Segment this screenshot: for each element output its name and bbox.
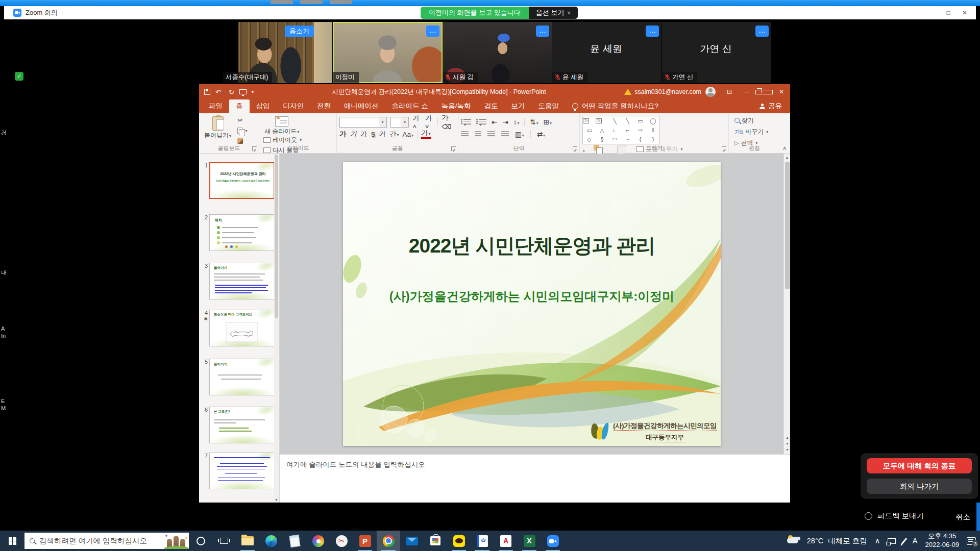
shape-brace-left-icon[interactable]: { — [634, 137, 647, 142]
columns-button[interactable]: ▥ — [515, 130, 524, 138]
end-meeting-for-all-button[interactable]: 모두에 대해 회의 종료 — [867, 458, 972, 473]
shape-down-arrow-icon[interactable]: ⇩ — [647, 128, 659, 133]
taskbar-clock[interactable]: 오후 4:35 2022-06-09 — [925, 532, 960, 549]
cancel-button[interactable]: 취소 — [955, 512, 970, 522]
shape-line-icon[interactable]: ╲ — [608, 118, 621, 124]
font-name-select[interactable]: ▾ — [339, 117, 387, 128]
justify-button[interactable] — [501, 131, 509, 137]
strikethrough-button[interactable]: 가 — [379, 130, 386, 139]
cortana-button[interactable] — [189, 531, 212, 551]
slide-thumbnail[interactable]: 7 — [199, 453, 275, 489]
paragraph-dialog-launcher[interactable] — [573, 146, 577, 151]
clear-formatting-button[interactable]: 가⌫ — [442, 113, 455, 131]
taskbar-zoom[interactable] — [541, 531, 565, 551]
save-icon[interactable] — [204, 89, 210, 95]
ime-indicator[interactable]: A — [913, 537, 918, 545]
shape-diamond-icon[interactable]: ◇ — [583, 137, 596, 142]
view-options-button[interactable]: 옵션 보기 — [529, 7, 578, 19]
tab-transitions[interactable]: 전환 — [310, 99, 337, 113]
slide-canvas[interactable]: 2022년 시민단체운영과 관리 (사)가정을건강하게하는 시민의모임대구지부:… — [343, 162, 721, 446]
more-options-button[interactable]: … — [316, 26, 330, 37]
text-box-icon[interactable]: 가 — [583, 118, 589, 123]
shape-brace-right-icon[interactable]: } — [647, 137, 659, 142]
weather-temp[interactable]: 28°C — [807, 537, 823, 545]
slide-thumbnail[interactable]: 1 2022년 시민단체운영과 관리 (사)가정을건강하게하는 시민의모임대구지… — [199, 162, 275, 199]
taskbar-hwp[interactable]: ᄒ — [471, 531, 494, 551]
taskbar-mail[interactable] — [400, 531, 424, 551]
italic-button[interactable]: 가 — [350, 130, 357, 139]
more-options-button[interactable]: … — [755, 26, 769, 37]
feedback-checkbox[interactable] — [865, 512, 872, 520]
tab-record[interactable]: 녹음/녹화 — [435, 99, 478, 113]
character-spacing-button[interactable]: 간 — [389, 130, 399, 139]
slide-thumbnail[interactable]: 5 들어가기 — [199, 359, 275, 395]
text-direction-button[interactable]: ⇅ — [530, 118, 538, 126]
start-slideshow-icon[interactable] — [239, 89, 247, 94]
ppt-minimize-button[interactable]: ─ — [738, 84, 755, 99]
convert-smartart-button[interactable]: ⇄ — [537, 130, 545, 138]
taskbar-kakaotalk[interactable] — [447, 531, 471, 551]
ppt-restore-button[interactable] — [755, 84, 773, 99]
tab-home[interactable]: 홈 — [229, 99, 250, 113]
notes-pane[interactable]: 여기에 슬라이드 노트의 내용을 입력하십시오 — [280, 454, 790, 503]
align-center-button[interactable] — [475, 131, 481, 137]
participant-tile[interactable]: … 시원 김 — [443, 22, 552, 83]
tab-insert[interactable]: 삽입 — [250, 99, 277, 113]
network-icon[interactable] — [888, 538, 896, 544]
slide-title[interactable]: 2022년 시민단체운영과 관리 — [343, 232, 721, 260]
increase-indent-button[interactable]: ⇥ — [502, 118, 508, 126]
clipboard-dialog-launcher[interactable] — [252, 146, 257, 151]
shape-arrow-icon[interactable]: ╲ — [621, 118, 634, 124]
slide-thumbnail[interactable]: 3 들어가기 — [199, 263, 275, 299]
tell-me-search[interactable]: 어떤 작업을 원하시나요? — [566, 99, 665, 113]
more-options-button[interactable]: … — [646, 26, 659, 37]
replace-button[interactable]: 가b바꾸기 — [734, 127, 768, 136]
taskbar-chrome[interactable] — [377, 531, 400, 551]
taskbar-paint[interactable] — [306, 531, 330, 551]
hidden-icons-chevron[interactable]: ∧ — [875, 537, 880, 545]
shape-oval-icon[interactable]: ◯ — [647, 118, 659, 124]
participant-tile[interactable]: … 가연 신 가연 신 — [662, 22, 772, 83]
participant-tile[interactable]: 음소거 … 서종수(대구대) — [223, 22, 333, 83]
share-button[interactable]: 공유 — [751, 99, 790, 113]
task-view-button[interactable] — [212, 531, 236, 551]
leave-meeting-button[interactable]: 회의 나가기 — [867, 479, 972, 494]
underline-button[interactable]: 가 — [360, 130, 368, 139]
cut-button[interactable]: ✂ — [237, 116, 247, 125]
vertical-text-box-icon[interactable]: 가 — [596, 118, 602, 123]
start-button[interactable] — [0, 531, 24, 551]
tab-view[interactable]: 보기 — [505, 99, 532, 113]
shape-elbow-icon[interactable]: ∟ — [608, 128, 621, 133]
slide-thumbnail[interactable]: 2 목차 — [199, 214, 275, 251]
ribbon-display-options-button[interactable]: ⊡ — [721, 84, 738, 99]
align-right-button[interactable] — [487, 131, 495, 137]
shape-arc-icon[interactable]: ◠ — [608, 137, 621, 142]
taskbar-file-explorer[interactable] — [236, 531, 259, 551]
more-options-button[interactable]: … — [536, 26, 549, 37]
account-email[interactable]: ssaim0301@naver.com — [634, 88, 701, 95]
account-avatar[interactable] — [705, 87, 716, 97]
font-color-button[interactable]: 가 — [421, 130, 431, 139]
close-button[interactable]: ✕ — [957, 6, 973, 19]
taskbar-edge[interactable] — [259, 531, 283, 551]
copy-button[interactable] — [237, 126, 247, 135]
thumbnail-scrollbar[interactable]: ▼ — [274, 154, 279, 503]
collapse-ribbon-button[interactable]: ∧ — [782, 145, 787, 152]
text-shadow-button[interactable]: S — [371, 131, 376, 138]
align-text-button[interactable]: ⊞ — [544, 118, 552, 126]
bullets-button[interactable] — [463, 119, 471, 125]
decrease-indent-button[interactable]: ⇤ — [492, 118, 497, 126]
slide-scrollbar[interactable]: ▴ ▴▾▾ — [783, 154, 790, 454]
tab-animations[interactable]: 애니메이션 — [337, 99, 385, 113]
pen-icon[interactable] — [901, 537, 908, 544]
action-center-icon[interactable]: 3 — [967, 537, 976, 545]
taskbar-acrobat[interactable]: A — [494, 531, 518, 551]
shape-right-arrow-icon[interactable]: ⇨ — [634, 128, 647, 133]
taskbar-search-input[interactable]: 검색하려면 여기에 입력하십시오 — [24, 533, 189, 549]
taskbar-sticky-notes[interactable] — [283, 531, 306, 551]
tab-slideshow[interactable]: 슬라이드 쇼 — [385, 99, 435, 113]
taskbar-excel[interactable]: X — [518, 531, 541, 551]
shape-gallery[interactable]: 가 가 ╲ ╲ ▭ ◯ ▭ △ ∟ ⌐ ⇨ ⇩ ◇ § ◠ ~ { — [582, 116, 660, 144]
shape-triangle-icon[interactable]: △ — [596, 128, 608, 133]
shape-curve-icon[interactable]: ~ — [621, 137, 634, 142]
